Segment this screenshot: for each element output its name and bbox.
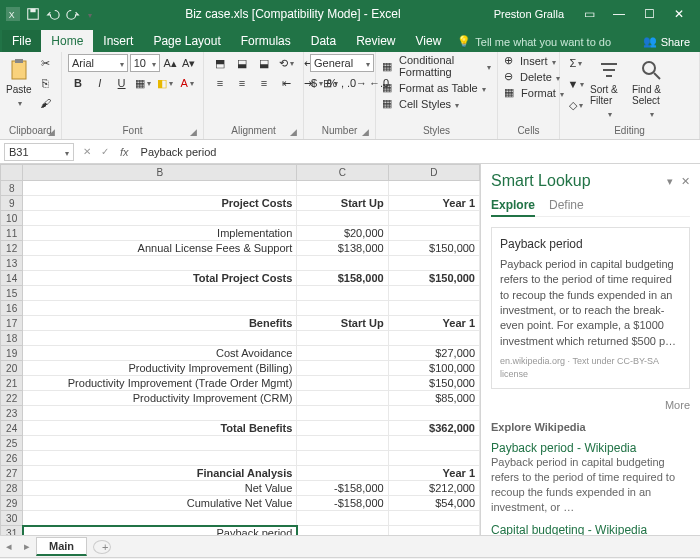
cell[interactable]: Benefits [23, 316, 297, 331]
sheet-tab-main[interactable]: Main [36, 537, 87, 556]
row-header[interactable]: 25 [1, 436, 23, 451]
cell[interactable] [388, 226, 479, 241]
cell[interactable] [297, 421, 388, 436]
save-icon[interactable] [26, 7, 40, 21]
cell[interactable] [297, 181, 388, 196]
cell[interactable]: Net Value [23, 481, 297, 496]
cell[interactable]: Productivity Improvement (CRM) [23, 391, 297, 406]
format-painter-button[interactable]: 🖌 [36, 94, 56, 112]
cell[interactable] [297, 361, 388, 376]
name-box[interactable]: B31 [4, 143, 74, 161]
share-button[interactable]: 👥Share [633, 31, 700, 52]
row-header[interactable]: 30 [1, 511, 23, 526]
number-format-select[interactable]: General [310, 54, 374, 72]
tab-home[interactable]: Home [41, 30, 93, 52]
redo-icon[interactable] [66, 7, 80, 21]
cell[interactable]: $150,000 [388, 241, 479, 256]
cell[interactable] [297, 211, 388, 226]
row-header[interactable]: 9 [1, 196, 23, 211]
col-header-C[interactable]: C [297, 165, 388, 181]
percent-button[interactable]: % [326, 74, 338, 92]
cell[interactable] [23, 331, 297, 346]
row-header[interactable]: 10 [1, 211, 23, 226]
row-header[interactable]: 12 [1, 241, 23, 256]
enter-formula-icon[interactable]: ✓ [96, 146, 114, 157]
pane-dropdown-icon[interactable]: ▾ [667, 175, 673, 188]
cell[interactable] [388, 301, 479, 316]
cell[interactable] [297, 451, 388, 466]
shrink-font-button[interactable]: A▾ [180, 54, 197, 72]
cell[interactable]: Cumulative Net Value [23, 496, 297, 511]
maximize-button[interactable]: ☐ [634, 7, 664, 21]
cell[interactable] [388, 331, 479, 346]
cell[interactable] [23, 301, 297, 316]
cell[interactable] [23, 436, 297, 451]
cell[interactable] [297, 436, 388, 451]
cell[interactable] [23, 181, 297, 196]
cell[interactable] [23, 286, 297, 301]
border-button[interactable]: ▦ [133, 74, 153, 92]
align-top-button[interactable]: ⬒ [210, 54, 230, 72]
cell[interactable]: Implementation [23, 226, 297, 241]
tab-review[interactable]: Review [346, 30, 405, 52]
conditional-formatting-button[interactable]: ▦ Conditional Formatting [382, 54, 491, 78]
col-header-D[interactable]: D [388, 165, 479, 181]
user-name[interactable]: Preston Gralla [494, 8, 564, 20]
italic-button[interactable]: I [90, 74, 110, 92]
ribbon-options-icon[interactable]: ▭ [574, 7, 604, 21]
cell[interactable]: $362,000 [388, 421, 479, 436]
row-header[interactable]: 21 [1, 376, 23, 391]
cell[interactable]: Start Up [297, 196, 388, 211]
sort-filter-button[interactable]: Sort & Filter [590, 54, 628, 119]
wiki-link-1[interactable]: Payback period - Wikipedia [491, 441, 636, 455]
cell[interactable] [297, 256, 388, 271]
cell[interactable]: Year 1 [388, 196, 479, 211]
copy-button[interactable]: ⎘ [36, 74, 56, 92]
fill-color-button[interactable]: ◧ [155, 74, 175, 92]
tab-view[interactable]: View [406, 30, 452, 52]
cell[interactable]: -$158,000 [297, 481, 388, 496]
cell[interactable]: Annual License Fees & Support [23, 241, 297, 256]
cell[interactable] [23, 451, 297, 466]
cell[interactable]: Payback period [23, 526, 297, 536]
row-header[interactable]: 28 [1, 481, 23, 496]
new-sheet-button[interactable]: + [93, 540, 111, 554]
font-name-select[interactable]: Arial [68, 54, 128, 72]
row-header[interactable]: 22 [1, 391, 23, 406]
cell[interactable] [388, 256, 479, 271]
cell[interactable] [297, 511, 388, 526]
row-header[interactable]: 29 [1, 496, 23, 511]
alignment-dialog-launcher[interactable]: ◢ [290, 127, 297, 137]
tab-data[interactable]: Data [301, 30, 346, 52]
cell[interactable]: Financial Analysis [23, 466, 297, 481]
row-header[interactable]: 14 [1, 271, 23, 286]
format-as-table-button[interactable]: ▦ Format as Table [382, 81, 491, 94]
underline-button[interactable]: U [112, 74, 132, 92]
more-link[interactable]: More [491, 399, 690, 411]
comma-button[interactable]: , [340, 74, 345, 92]
cell[interactable] [388, 211, 479, 226]
cell[interactable]: Total Benefits [23, 421, 297, 436]
tab-page-layout[interactable]: Page Layout [143, 30, 230, 52]
orientation-button[interactable]: ⟲ [276, 54, 296, 72]
grow-font-button[interactable]: A▴ [162, 54, 179, 72]
cell[interactable]: Year 1 [388, 466, 479, 481]
format-cells-button[interactable]: ▦ Format [504, 86, 564, 99]
cell[interactable]: Productivity Improvement (Trade Order Mg… [23, 376, 297, 391]
align-bottom-button[interactable]: ⬓ [254, 54, 274, 72]
cell[interactable]: Total Project Costs [23, 271, 297, 286]
sheet-nav-prev[interactable]: ◂ [0, 540, 18, 553]
cell[interactable]: -$158,000 [297, 496, 388, 511]
row-header[interactable]: 18 [1, 331, 23, 346]
decrease-indent-button[interactable]: ⇤ [276, 74, 296, 92]
autosum-button[interactable]: Σ [566, 54, 586, 72]
cell[interactable] [23, 211, 297, 226]
cell[interactable] [388, 406, 479, 421]
accounting-format-button[interactable]: $ [310, 74, 324, 92]
cell[interactable]: $85,000 [388, 391, 479, 406]
cell[interactable]: $150,000 [388, 376, 479, 391]
tell-me[interactable]: 💡Tell me what you want to do [451, 31, 632, 52]
row-header[interactable]: 16 [1, 301, 23, 316]
pane-tab-explore[interactable]: Explore [491, 198, 535, 217]
align-right-button[interactable]: ≡ [254, 74, 274, 92]
